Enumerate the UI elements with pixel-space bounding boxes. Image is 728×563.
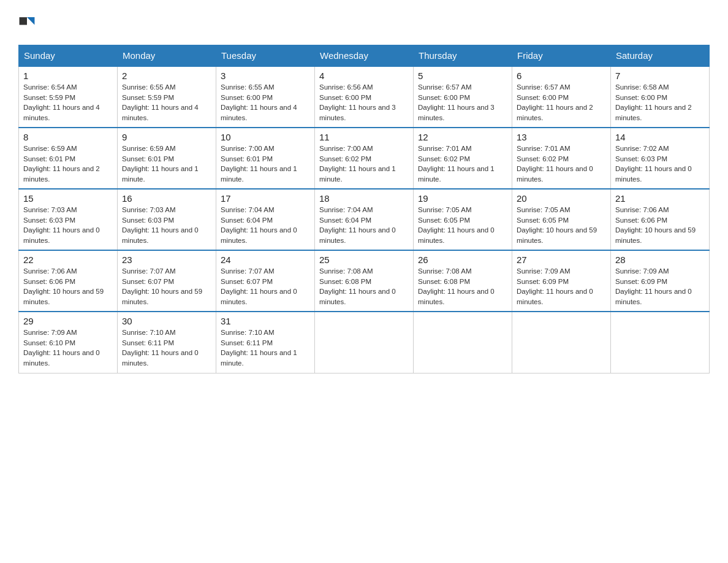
day-info: Sunrise: 7:02 AMSunset: 6:03 PMDaylight:… bbox=[615, 144, 705, 185]
day-info: Sunrise: 7:08 AMSunset: 6:08 PMDaylight:… bbox=[319, 266, 409, 307]
calendar-cell: 7Sunrise: 6:58 AMSunset: 6:00 PMDaylight… bbox=[611, 66, 710, 128]
header-cell-thursday: Thursday bbox=[414, 45, 512, 67]
day-number: 18 bbox=[319, 193, 409, 204]
day-info: Sunrise: 6:55 AMSunset: 6:00 PMDaylight:… bbox=[221, 82, 310, 123]
day-number: 26 bbox=[418, 255, 507, 265]
day-number: 23 bbox=[122, 255, 211, 265]
page-header bbox=[18, 12, 710, 33]
day-number: 28 bbox=[615, 255, 705, 265]
day-number: 7 bbox=[615, 71, 705, 81]
calendar-cell: 14Sunrise: 7:02 AMSunset: 6:03 PMDayligh… bbox=[611, 128, 710, 189]
day-number: 20 bbox=[517, 193, 606, 204]
day-info: Sunrise: 6:59 AMSunset: 6:01 PMDaylight:… bbox=[23, 144, 113, 185]
calendar-cell: 30Sunrise: 7:10 AMSunset: 6:11 PMDayligh… bbox=[118, 312, 216, 373]
calendar-body: 1Sunrise: 6:54 AMSunset: 5:59 PMDaylight… bbox=[19, 66, 710, 373]
calendar-cell: 11Sunrise: 7:00 AMSunset: 6:02 PMDayligh… bbox=[315, 128, 414, 189]
day-info: Sunrise: 7:05 AMSunset: 6:05 PMDaylight:… bbox=[517, 205, 606, 246]
day-info: Sunrise: 7:10 AMSunset: 6:11 PMDaylight:… bbox=[221, 327, 310, 369]
header-cell-friday: Friday bbox=[512, 45, 611, 67]
day-info: Sunrise: 7:09 AMSunset: 6:09 PMDaylight:… bbox=[615, 266, 705, 307]
calendar-cell: 4Sunrise: 6:56 AMSunset: 6:00 PMDaylight… bbox=[315, 66, 414, 128]
svg-marker-1 bbox=[27, 17, 34, 25]
calendar-cell: 1Sunrise: 6:54 AMSunset: 5:59 PMDaylight… bbox=[19, 66, 118, 128]
calendar-cell: 29Sunrise: 7:09 AMSunset: 6:10 PMDayligh… bbox=[19, 312, 118, 373]
calendar-cell: 20Sunrise: 7:05 AMSunset: 6:05 PMDayligh… bbox=[512, 189, 611, 250]
day-info: Sunrise: 6:57 AMSunset: 6:00 PMDaylight:… bbox=[418, 82, 507, 123]
day-number: 31 bbox=[221, 316, 310, 326]
header-cell-wednesday: Wednesday bbox=[315, 45, 414, 67]
day-number: 14 bbox=[615, 132, 705, 142]
day-info: Sunrise: 6:54 AMSunset: 5:59 PMDaylight:… bbox=[23, 82, 113, 123]
calendar-cell: 5Sunrise: 6:57 AMSunset: 6:00 PMDaylight… bbox=[414, 66, 512, 128]
calendar-cell: 2Sunrise: 6:55 AMSunset: 5:59 PMDaylight… bbox=[118, 66, 216, 128]
day-number: 30 bbox=[122, 316, 211, 326]
calendar-cell bbox=[315, 312, 414, 373]
calendar-cell: 19Sunrise: 7:05 AMSunset: 6:05 PMDayligh… bbox=[414, 189, 512, 250]
day-info: Sunrise: 7:05 AMSunset: 6:05 PMDaylight:… bbox=[418, 205, 507, 246]
week-row-1: 1Sunrise: 6:54 AMSunset: 5:59 PMDaylight… bbox=[19, 66, 710, 128]
day-info: Sunrise: 7:06 AMSunset: 6:06 PMDaylight:… bbox=[23, 266, 113, 307]
day-number: 19 bbox=[418, 193, 507, 204]
day-number: 8 bbox=[23, 132, 113, 142]
day-number: 16 bbox=[122, 193, 211, 204]
calendar-cell bbox=[414, 312, 512, 373]
calendar-cell: 25Sunrise: 7:08 AMSunset: 6:08 PMDayligh… bbox=[315, 250, 414, 312]
day-info: Sunrise: 7:09 AMSunset: 6:10 PMDaylight:… bbox=[23, 327, 113, 369]
day-info: Sunrise: 7:07 AMSunset: 6:07 PMDaylight:… bbox=[122, 266, 211, 307]
day-number: 10 bbox=[221, 132, 310, 142]
day-info: Sunrise: 7:00 AMSunset: 6:02 PMDaylight:… bbox=[319, 144, 409, 185]
day-info: Sunrise: 7:04 AMSunset: 6:04 PMDaylight:… bbox=[319, 205, 409, 246]
day-number: 13 bbox=[517, 132, 606, 142]
day-number: 11 bbox=[319, 132, 409, 142]
logo-icon bbox=[18, 15, 36, 33]
day-number: 6 bbox=[517, 71, 606, 81]
day-number: 3 bbox=[221, 71, 310, 81]
week-row-5: 29Sunrise: 7:09 AMSunset: 6:10 PMDayligh… bbox=[19, 312, 710, 373]
calendar-table: SundayMondayTuesdayWednesdayThursdayFrid… bbox=[18, 45, 710, 373]
day-number: 9 bbox=[122, 132, 211, 142]
day-info: Sunrise: 7:01 AMSunset: 6:02 PMDaylight:… bbox=[517, 144, 606, 185]
calendar-cell: 9Sunrise: 6:59 AMSunset: 6:01 PMDaylight… bbox=[118, 128, 216, 189]
day-number: 27 bbox=[517, 255, 606, 265]
week-row-2: 8Sunrise: 6:59 AMSunset: 6:01 PMDaylight… bbox=[19, 128, 710, 189]
day-info: Sunrise: 7:08 AMSunset: 6:08 PMDaylight:… bbox=[418, 266, 507, 307]
calendar-cell: 8Sunrise: 6:59 AMSunset: 6:01 PMDaylight… bbox=[19, 128, 118, 189]
header-row: SundayMondayTuesdayWednesdayThursdayFrid… bbox=[19, 45, 710, 67]
calendar-header: SundayMondayTuesdayWednesdayThursdayFrid… bbox=[19, 45, 710, 67]
day-number: 29 bbox=[23, 316, 113, 326]
day-number: 17 bbox=[221, 193, 310, 204]
week-row-4: 22Sunrise: 7:06 AMSunset: 6:06 PMDayligh… bbox=[19, 250, 710, 312]
day-info: Sunrise: 6:58 AMSunset: 6:00 PMDaylight:… bbox=[615, 82, 705, 123]
day-info: Sunrise: 6:57 AMSunset: 6:00 PMDaylight:… bbox=[517, 82, 606, 123]
calendar-cell: 17Sunrise: 7:04 AMSunset: 6:04 PMDayligh… bbox=[216, 189, 315, 250]
day-info: Sunrise: 7:03 AMSunset: 6:03 PMDaylight:… bbox=[122, 205, 211, 246]
calendar-cell bbox=[512, 312, 611, 373]
calendar-cell bbox=[611, 312, 710, 373]
day-number: 1 bbox=[23, 71, 113, 81]
calendar-cell: 18Sunrise: 7:04 AMSunset: 6:04 PMDayligh… bbox=[315, 189, 414, 250]
calendar-cell: 13Sunrise: 7:01 AMSunset: 6:02 PMDayligh… bbox=[512, 128, 611, 189]
logo bbox=[18, 12, 37, 33]
day-number: 25 bbox=[319, 255, 409, 265]
calendar-cell: 21Sunrise: 7:06 AMSunset: 6:06 PMDayligh… bbox=[611, 189, 710, 250]
calendar-cell: 6Sunrise: 6:57 AMSunset: 6:00 PMDaylight… bbox=[512, 66, 611, 128]
day-info: Sunrise: 7:03 AMSunset: 6:03 PMDaylight:… bbox=[23, 205, 113, 246]
calendar-cell: 27Sunrise: 7:09 AMSunset: 6:09 PMDayligh… bbox=[512, 250, 611, 312]
day-info: Sunrise: 7:09 AMSunset: 6:09 PMDaylight:… bbox=[517, 266, 606, 307]
day-info: Sunrise: 7:01 AMSunset: 6:02 PMDaylight:… bbox=[418, 144, 507, 185]
calendar-cell: 22Sunrise: 7:06 AMSunset: 6:06 PMDayligh… bbox=[19, 250, 118, 312]
day-number: 2 bbox=[122, 71, 211, 81]
day-info: Sunrise: 6:56 AMSunset: 6:00 PMDaylight:… bbox=[319, 82, 409, 123]
header-cell-tuesday: Tuesday bbox=[216, 45, 315, 67]
calendar-cell: 28Sunrise: 7:09 AMSunset: 6:09 PMDayligh… bbox=[611, 250, 710, 312]
calendar-cell: 15Sunrise: 7:03 AMSunset: 6:03 PMDayligh… bbox=[19, 189, 118, 250]
day-info: Sunrise: 7:10 AMSunset: 6:11 PMDaylight:… bbox=[122, 327, 211, 369]
svg-rect-0 bbox=[20, 17, 27, 25]
calendar-cell: 10Sunrise: 7:00 AMSunset: 6:01 PMDayligh… bbox=[216, 128, 315, 189]
calendar-cell: 26Sunrise: 7:08 AMSunset: 6:08 PMDayligh… bbox=[414, 250, 512, 312]
header-cell-saturday: Saturday bbox=[611, 45, 710, 67]
calendar-cell: 12Sunrise: 7:01 AMSunset: 6:02 PMDayligh… bbox=[414, 128, 512, 189]
day-info: Sunrise: 7:00 AMSunset: 6:01 PMDaylight:… bbox=[221, 144, 310, 185]
week-row-3: 15Sunrise: 7:03 AMSunset: 6:03 PMDayligh… bbox=[19, 189, 710, 250]
header-cell-monday: Monday bbox=[118, 45, 216, 67]
